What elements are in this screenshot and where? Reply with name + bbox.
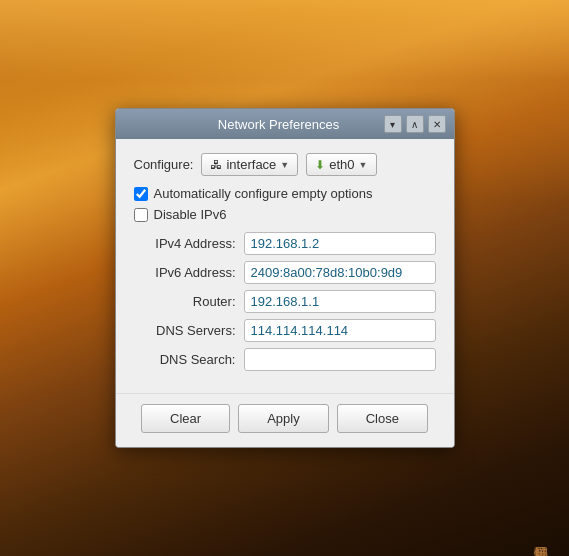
auto-configure-label[interactable]: Automatically configure empty options	[154, 186, 373, 201]
dropdown-btn[interactable]: ▾	[384, 115, 402, 133]
dns-servers-input[interactable]	[244, 319, 436, 342]
minimize-icon: ∧	[411, 119, 418, 130]
dialog-footer: Clear Apply Close	[116, 393, 454, 447]
ipv6-input[interactable]	[244, 261, 436, 284]
dropdown-icon: ▾	[390, 119, 395, 130]
ipv4-label: IPv4 Address:	[134, 236, 244, 251]
eth0-label: eth0	[329, 157, 354, 172]
dns-search-input[interactable]	[244, 348, 436, 371]
dns-servers-label: DNS Servers:	[134, 323, 244, 338]
minimize-btn[interactable]: ∧	[406, 115, 424, 133]
auto-configure-checkbox[interactable]	[134, 187, 148, 201]
ipv6-row: IPv6 Address:	[134, 261, 436, 284]
form-section: IPv4 Address: IPv6 Address: Router: DNS …	[134, 232, 436, 371]
titlebar-controls: ▾ ∧ ✕	[384, 115, 446, 133]
auto-configure-row: Automatically configure empty options	[134, 186, 436, 201]
disable-ipv6-label[interactable]: Disable IPv6	[154, 207, 227, 222]
configure-row: Configure: 🖧 interface ▼ ⬇ eth0 ▼	[134, 153, 436, 176]
router-row: Router:	[134, 290, 436, 313]
dns-servers-row: DNS Servers:	[134, 319, 436, 342]
close-window-btn[interactable]: ✕	[428, 115, 446, 133]
titlebar: Network Preferences ▾ ∧ ✕	[116, 109, 454, 139]
disable-ipv6-checkbox[interactable]	[134, 208, 148, 222]
ipv4-row: IPv4 Address:	[134, 232, 436, 255]
router-label: Router:	[134, 294, 244, 309]
router-input[interactable]	[244, 290, 436, 313]
dns-search-row: DNS Search:	[134, 348, 436, 371]
interface-label: interface	[226, 157, 276, 172]
eth0-dropdown[interactable]: ⬇ eth0 ▼	[306, 153, 376, 176]
ipv4-input[interactable]	[244, 232, 436, 255]
interface-arrow-icon: ▼	[280, 160, 289, 170]
close-button[interactable]: Close	[337, 404, 428, 433]
clear-button[interactable]: Clear	[141, 404, 230, 433]
dialog-body: Configure: 🖧 interface ▼ ⬇ eth0 ▼ Automa…	[116, 139, 454, 393]
dns-search-label: DNS Search:	[134, 352, 244, 367]
interface-dropdown[interactable]: 🖧 interface ▼	[201, 153, 298, 176]
dialog-title: Network Preferences	[174, 117, 384, 132]
configure-label: Configure:	[134, 157, 194, 172]
disable-ipv6-row: Disable IPv6	[134, 207, 436, 222]
eth0-icon: ⬇	[315, 158, 325, 172]
network-preferences-dialog: Network Preferences ▾ ∧ ✕ Configure: 🖧	[115, 108, 455, 448]
ipv6-label: IPv6 Address:	[134, 265, 244, 280]
close-icon: ✕	[433, 119, 441, 130]
dialog-overlay: Network Preferences ▾ ∧ ✕ Configure: 🖧	[0, 0, 569, 556]
interface-icon: 🖧	[210, 158, 222, 172]
apply-button[interactable]: Apply	[238, 404, 329, 433]
eth0-arrow-icon: ▼	[359, 160, 368, 170]
